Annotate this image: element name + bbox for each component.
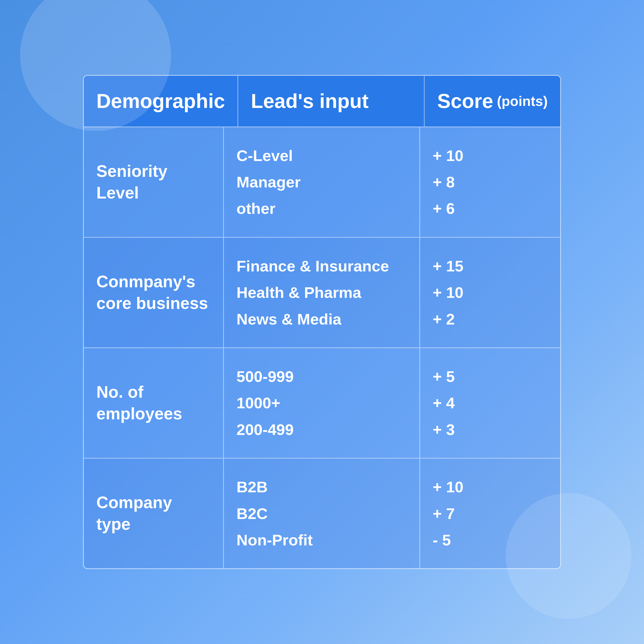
table-row: Company type B2B B2C Non-Profit + 10 + 7… (84, 458, 560, 568)
header-score: Score (points) (425, 76, 560, 127)
company-type-score-1: + 10 (433, 474, 548, 500)
leads-input-cell-seniority: C-Level Manager other (224, 127, 420, 237)
demographic-cell-employees: No. of employees (84, 348, 224, 458)
company-type-label: Company type (96, 492, 211, 535)
seniority-score-1: + 10 (433, 142, 548, 169)
seniority-score-2: + 8 (433, 169, 548, 195)
employees-score-1: + 5 (433, 363, 548, 390)
demographic-cell-company-type: Company type (84, 459, 224, 568)
employees-score-2: + 4 (433, 390, 548, 416)
employees-item-2: 1000+ (236, 390, 407, 416)
employees-item-3: 200-499 (236, 416, 407, 443)
employees-label: No. of employees (96, 381, 211, 425)
decorative-circle-bottom (506, 493, 631, 619)
business-label: Conmpany's core business (96, 271, 211, 314)
business-item-3: News & Media (236, 306, 407, 332)
leads-input-cell-company-type: B2B B2C Non-Profit (224, 459, 420, 568)
company-type-item-1: B2B (236, 474, 407, 500)
seniority-score-3: + 6 (433, 195, 548, 222)
seniority-item-1: C-Level (236, 142, 407, 169)
business-item-2: Health & Pharma (236, 279, 407, 306)
header-score-label: Score (437, 90, 493, 113)
table-row: No. of employees 500-999 1000+ 200-499 +… (84, 347, 560, 458)
score-cell-business: + 15 + 10 + 2 (420, 238, 560, 347)
employees-score-3: + 3 (433, 416, 548, 443)
business-score-1: + 15 (433, 253, 548, 279)
header-score-sub-label: (points) (497, 93, 548, 109)
header-leads-input: Lead's input (238, 76, 425, 127)
score-cell-employees: + 5 + 4 + 3 (420, 348, 560, 458)
demographic-cell-business: Conmpany's core business (84, 238, 224, 347)
employees-item-1: 500-999 (236, 363, 407, 390)
demographic-cell-seniority: Seniority Level (84, 127, 224, 237)
company-type-item-3: Non-Profit (236, 527, 407, 553)
leads-input-cell-employees: 500-999 1000+ 200-499 (224, 348, 420, 458)
seniority-label: Seniority Level (96, 160, 211, 204)
company-type-item-2: B2C (236, 500, 407, 527)
header-leads-input-label: Lead's input (251, 90, 369, 113)
scoring-table: Demographic Lead's input Score (points) … (83, 75, 561, 569)
table-row: Seniority Level C-Level Manager other + … (84, 127, 560, 237)
seniority-item-2: Manager (236, 169, 407, 195)
seniority-item-3: other (236, 195, 407, 222)
business-score-2: + 10 (433, 279, 548, 306)
score-cell-seniority: + 10 + 8 + 6 (420, 127, 560, 237)
leads-input-cell-business: Finance & Insurance Health & Pharma News… (224, 238, 420, 347)
business-score-3: + 2 (433, 306, 548, 332)
table-body: Seniority Level C-Level Manager other + … (84, 127, 560, 569)
table-row: Conmpany's core business Finance & Insur… (84, 237, 560, 347)
business-item-1: Finance & Insurance (236, 253, 407, 279)
